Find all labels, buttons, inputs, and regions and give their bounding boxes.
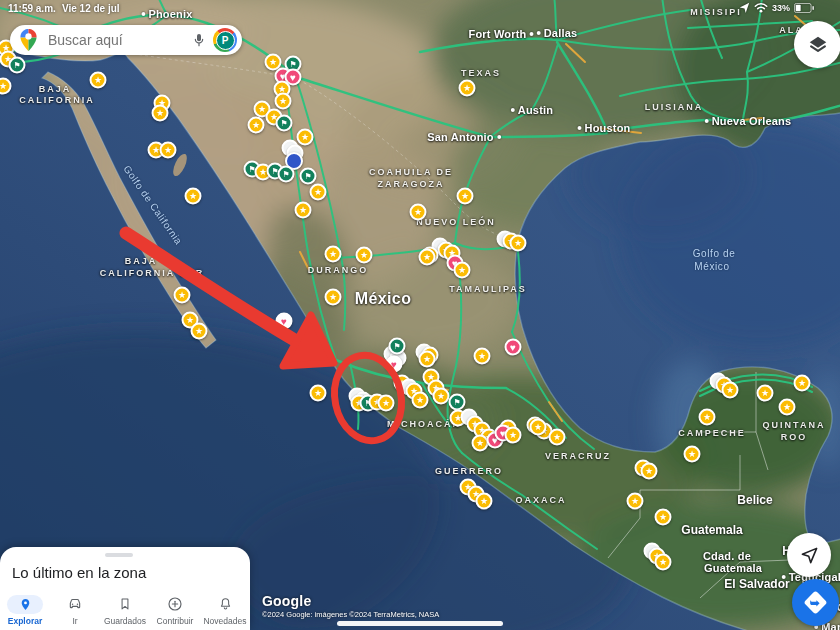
search-bar[interactable]: P — [10, 25, 242, 55]
saved-star-pin[interactable]: ★ — [410, 204, 427, 221]
saved-star-pin[interactable]: ★ — [510, 235, 527, 252]
saved-star-pin[interactable]: ★ — [174, 287, 191, 304]
saved-star-pin[interactable]: ★ — [191, 323, 208, 340]
active-pill — [7, 595, 43, 614]
map-attribution: Google ©2024 Google: imágenes ©2024 Terr… — [262, 593, 439, 619]
saved-star-pin[interactable]: ★ — [185, 188, 202, 205]
saved-star-pin[interactable]: ★ — [641, 463, 658, 480]
saved-star-pin[interactable]: ★ — [275, 93, 292, 110]
bell-icon — [218, 596, 233, 612]
google-watermark: Google — [262, 593, 439, 609]
nav-explorar[interactable]: Explorar — [0, 594, 50, 626]
bottom-navigation: Explorar Ir Guardados — [0, 594, 250, 626]
layers-icon — [807, 34, 829, 56]
home-indicator[interactable] — [337, 621, 503, 626]
saved-star-pin[interactable]: ★ — [459, 80, 476, 97]
nav-guardados[interactable]: Guardados — [100, 594, 150, 626]
microphone-icon[interactable] — [191, 31, 207, 49]
nav-contribuir[interactable]: Contribuir — [150, 594, 200, 626]
directions-icon: ➥ — [803, 590, 827, 614]
saved-star-pin[interactable]: ★ — [412, 392, 429, 409]
saved-star-pin[interactable]: ★ — [419, 351, 436, 368]
favorite-heart-pin[interactable]: ♥ — [276, 313, 293, 330]
panel-title: Lo último en la zona — [12, 564, 146, 581]
avatar-initial: P — [216, 31, 235, 50]
clock: 11:59 a.m. — [8, 3, 56, 14]
saved-star-pin[interactable]: ★ — [160, 142, 177, 159]
account-avatar[interactable]: P — [213, 28, 237, 52]
saved-star-pin[interactable]: ★ — [549, 429, 566, 446]
google-maps-app: PhoenixFort WorthDallasTEXASAustinHousto… — [0, 0, 840, 630]
saved-star-pin[interactable]: ★ — [794, 375, 811, 392]
drag-handle[interactable] — [105, 553, 133, 557]
wifi-icon — [754, 2, 768, 13]
want-to-go-flag-pin[interactable]: ⚑ — [389, 338, 406, 355]
want-to-go-flag-pin[interactable]: ⚑ — [449, 394, 466, 411]
saved-star-pin[interactable]: ★ — [297, 129, 314, 146]
want-to-go-flag-pin[interactable]: ⚑ — [276, 115, 293, 132]
saved-star-pin[interactable]: ★ — [474, 348, 491, 365]
want-to-go-flag-pin[interactable]: ⚑ — [278, 166, 295, 183]
saved-star-pin[interactable]: ★ — [248, 117, 265, 134]
saved-star-pin[interactable]: ★ — [419, 249, 436, 266]
saved-star-pin[interactable]: ★ — [152, 105, 169, 122]
saved-star-pin[interactable]: ★ — [457, 188, 474, 205]
saved-star-pin[interactable]: ★ — [325, 246, 342, 263]
saved-star-pin[interactable]: ★ — [530, 419, 547, 436]
saved-star-pin[interactable]: ★ — [699, 409, 716, 426]
satellite-map[interactable] — [0, 0, 840, 630]
want-to-go-flag-pin[interactable]: ⚑ — [300, 168, 317, 185]
saved-star-pin[interactable]: ★ — [356, 247, 373, 264]
saved-star-pin[interactable]: ★ — [655, 509, 672, 526]
saved-star-pin[interactable]: ★ — [476, 493, 493, 510]
bookmark-icon — [118, 596, 132, 612]
saved-star-pin[interactable]: ★ — [684, 446, 701, 463]
send-arrow-icon — [800, 546, 819, 565]
saved-star-pin[interactable]: ★ — [325, 289, 342, 306]
directions-button[interactable]: ➥ — [792, 579, 839, 626]
plus-circle-icon — [167, 596, 183, 612]
saved-star-pin[interactable]: ★ — [627, 493, 644, 510]
saved-star-pin[interactable]: ★ — [779, 399, 796, 416]
saved-star-pin[interactable]: ★ — [295, 202, 312, 219]
saved-star-pin[interactable]: ★ — [722, 382, 739, 399]
search-input[interactable] — [46, 31, 191, 49]
copyright-line: ©2024 Google: imágenes ©2024 TerraMetric… — [262, 610, 439, 619]
bottom-sheet[interactable]: Lo último en la zona Explorar — [0, 547, 250, 630]
nav-ir[interactable]: Ir — [50, 594, 100, 626]
battery-icon — [794, 3, 814, 13]
status-bar: 11:59 a.m. Vie 12 de jul 33% — [0, 0, 840, 18]
date: Vie 12 de jul — [62, 3, 120, 14]
location-arrow-icon — [739, 2, 750, 13]
favorite-heart-pin[interactable]: ♥ — [386, 356, 403, 373]
saved-star-pin[interactable]: ★ — [378, 395, 395, 412]
layers-button[interactable] — [794, 21, 840, 68]
explore-pin-icon — [19, 598, 32, 611]
my-location-button[interactable] — [787, 533, 831, 577]
saved-star-pin[interactable]: ★ — [433, 388, 450, 405]
saved-star-pin[interactable]: ★ — [757, 385, 774, 402]
google-maps-logo — [19, 28, 38, 52]
nav-novedades[interactable]: Novedades — [200, 594, 250, 626]
saved-star-pin[interactable]: ★ — [310, 385, 327, 402]
car-icon — [66, 596, 84, 612]
saved-star-pin[interactable]: ★ — [454, 262, 471, 279]
battery-percent: 33% — [772, 3, 790, 13]
saved-star-pin[interactable]: ★ — [655, 554, 672, 571]
saved-star-pin[interactable]: ★ — [310, 184, 327, 201]
want-to-go-flag-pin[interactable]: ⚑ — [9, 57, 26, 74]
saved-star-pin[interactable]: ★ — [505, 427, 522, 444]
favorite-heart-pin[interactable]: ♥ — [505, 339, 522, 356]
saved-star-pin[interactable]: ★ — [303, 334, 320, 351]
saved-star-pin[interactable]: ★ — [90, 72, 107, 89]
